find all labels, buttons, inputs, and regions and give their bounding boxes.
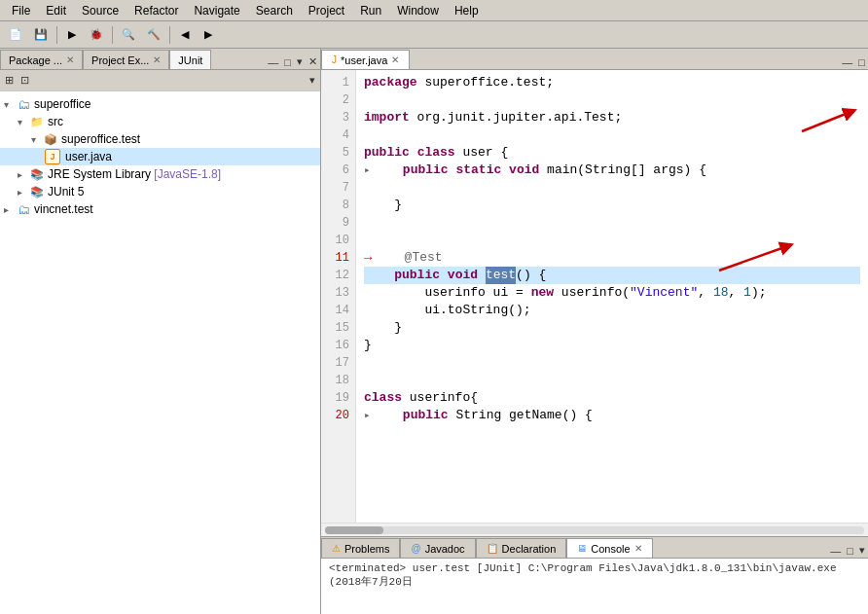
panel-maximize[interactable]: □ <box>281 55 294 69</box>
tab-javadoc[interactable]: @ Javadoc <box>400 538 475 558</box>
menu-file[interactable]: File <box>4 2 38 19</box>
kw-import: import <box>364 109 410 126</box>
editor-minimize[interactable]: — <box>839 55 855 69</box>
tab-package-explorer[interactable]: Package ... ✕ <box>0 50 83 69</box>
code-editor[interactable]: 1 2 3 4 5 6 7 8 9 10 11 12 13 14 15 16 1… <box>321 70 868 523</box>
plain-12b <box>440 267 448 284</box>
plain-13b: userinfo( <box>554 284 630 302</box>
menubar: File Edit Source Refactor Navigate Searc… <box>0 0 868 21</box>
menu-run[interactable]: Run <box>352 2 389 19</box>
menu-help[interactable]: Help <box>447 2 487 19</box>
code-line-15: } <box>364 319 860 337</box>
tree-item-vincnet[interactable]: ▸ 🗂 vincnet.test <box>0 200 320 218</box>
console-close[interactable]: ✕ <box>634 543 642 554</box>
tree-menu[interactable]: ▾ <box>307 73 318 88</box>
panel-menu[interactable]: ▾ <box>294 54 306 69</box>
ln-9: 9 <box>321 214 355 232</box>
arrow-annotation-1 <box>792 107 868 136</box>
ln-17: 17 <box>321 354 355 372</box>
editor-tab-label: *user.java <box>341 54 387 66</box>
kw-void-6: void <box>509 162 539 179</box>
project-icon-vincnet: 🗂 <box>16 201 31 217</box>
toolbar-new[interactable]: 📄 <box>4 24 27 46</box>
code-line-13: userinfo ui = new userinfo( "Vincent" , … <box>364 284 860 302</box>
tab-package-label: Package ... <box>9 54 62 66</box>
console-icon: 🖥 <box>577 543 587 554</box>
menu-source[interactable]: Source <box>74 2 127 19</box>
code-line-6: ▸ public static void main(String[] args)… <box>364 162 860 179</box>
editor-maximize[interactable]: □ <box>855 55 868 69</box>
plain-13d: , <box>729 284 744 302</box>
code-content[interactable]: package superoffice.test; import org.jun… <box>356 70 868 523</box>
project-icon: 🗂 <box>16 96 31 112</box>
plain-12a <box>364 267 394 284</box>
scrollbar-track[interactable] <box>325 526 864 534</box>
menu-window[interactable]: Window <box>389 2 447 19</box>
tree-label-userjava: user.java <box>65 150 112 163</box>
tree-item-junit5[interactable]: ▸ 📚 JUnit 5 <box>0 183 320 200</box>
arrow-vincnet: ▸ <box>4 204 16 215</box>
ln-5: 5 <box>321 144 355 162</box>
toolbar-save[interactable]: 💾 <box>29 24 53 46</box>
code-line-2 <box>364 91 860 109</box>
menu-search[interactable]: Search <box>248 2 301 19</box>
kw-class-19: class <box>364 389 402 407</box>
toolbar-back[interactable]: ◀ <box>174 24 196 46</box>
toolbar-forward[interactable]: ▶ <box>198 24 219 46</box>
code-line-8: } <box>364 197 860 214</box>
editor-tab-close[interactable]: ✕ <box>391 54 399 65</box>
plain-16: } <box>364 337 372 354</box>
tab-junit[interactable]: JUnit <box>169 50 211 69</box>
tree-item-src[interactable]: ▾ 📁 src <box>0 113 320 130</box>
toolbar-build[interactable]: 🔨 <box>142 24 165 46</box>
tab-project-explorer[interactable]: Project Ex... ✕ <box>83 50 169 69</box>
tab-console-label: Console <box>591 543 630 555</box>
horizontal-scrollbar[interactable] <box>321 523 868 536</box>
tree-item-jre[interactable]: ▸ 📚 JRE System Library [JavaSE-1.8] <box>0 165 320 183</box>
bottom-panel-minimize[interactable]: — <box>827 544 844 558</box>
plain-11a: → <box>364 249 372 267</box>
toolbar-search[interactable]: 🔍 <box>117 24 140 46</box>
tab-userjava[interactable]: J *user.java ✕ <box>321 50 410 69</box>
right-panel: J *user.java ✕ — □ 1 2 3 4 5 6 7 8 9 10 … <box>321 49 868 614</box>
tree-item-userjava[interactable]: J user.java <box>0 148 320 165</box>
plain-1: superoffice.test; <box>417 74 554 91</box>
tree-sync[interactable]: ⊡ <box>18 73 32 88</box>
tab-project-close[interactable]: ✕ <box>153 54 161 65</box>
plain-6b <box>449 162 456 179</box>
plain-13c: , <box>698 284 713 302</box>
menu-project[interactable]: Project <box>301 2 352 19</box>
plain-15: } <box>364 319 402 337</box>
code-line-16: } <box>364 337 860 354</box>
arrow-annotation-2 <box>705 241 802 275</box>
kw-public-5: public <box>364 144 410 162</box>
ln-8: 8 <box>321 197 355 214</box>
tab-declaration[interactable]: 📋 Declaration <box>476 538 567 558</box>
tree-collapse[interactable]: ⊞ <box>2 73 17 88</box>
plain-8: } <box>364 197 402 214</box>
bottom-panel-menu[interactable]: ▾ <box>856 543 868 558</box>
tab-problems[interactable]: ⚠ Problems <box>321 538 400 558</box>
bottom-panel-maximize[interactable]: □ <box>844 544 856 558</box>
plain-20a <box>373 407 403 424</box>
tree-item-superoffice[interactable]: ▾ 🗂 superoffice <box>0 95 320 113</box>
tree-item-package[interactable]: ▾ 📦 superoffice.test <box>0 130 320 148</box>
javadoc-icon: @ <box>411 543 420 554</box>
menu-edit[interactable]: Edit <box>38 2 74 19</box>
scrollbar-thumb[interactable] <box>325 526 383 534</box>
editor-tabs: J *user.java ✕ — □ <box>321 49 868 70</box>
tab-package-close[interactable]: ✕ <box>66 54 74 65</box>
plain-6c <box>501 162 509 179</box>
menu-refactor[interactable]: Refactor <box>127 2 186 19</box>
menu-navigate[interactable]: Navigate <box>186 2 247 19</box>
panel-close[interactable]: ✕ <box>306 54 320 69</box>
ln-12: 12 <box>321 267 355 284</box>
tab-console[interactable]: 🖥 Console ✕ <box>566 538 652 558</box>
arrow-junit5: ▸ <box>18 187 29 198</box>
left-panel: Package ... ✕ Project Ex... ✕ JUnit — □ … <box>0 49 321 614</box>
toolbar-debug[interactable]: 🐞 <box>85 24 108 46</box>
tree-label-src: src <box>48 115 63 128</box>
panel-minimize[interactable]: — <box>265 55 281 69</box>
toolbar-run[interactable]: ▶ <box>61 24 83 46</box>
tab-problems-label: Problems <box>344 543 389 555</box>
